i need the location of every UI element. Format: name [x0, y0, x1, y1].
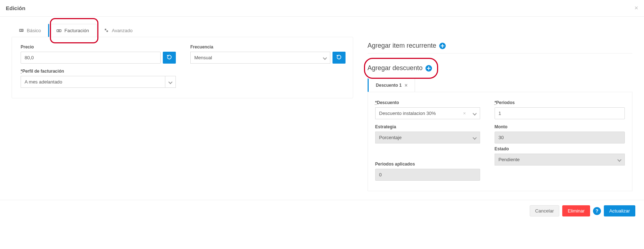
add-discount-header[interactable]: Agregar descuento: [368, 61, 632, 76]
discount-panel: *Descuento Descuento instalacion 30% ×: [368, 92, 632, 191]
delete-button[interactable]: Eliminar: [562, 205, 590, 216]
strategy-label: Estrategia: [375, 124, 480, 129]
periods-input[interactable]: [495, 107, 625, 119]
strategy-select: Porcentaje: [375, 132, 480, 143]
state-select: Pendiente: [495, 154, 625, 166]
discount-label: *Descuento: [375, 100, 480, 105]
help-icon[interactable]: ?: [593, 207, 601, 215]
add-recurrent-title: Agregar item recurrente: [368, 42, 436, 50]
state-value: Pendiente: [499, 157, 520, 162]
chevron-down-icon: [473, 136, 476, 139]
svg-rect-2: [21, 30, 23, 30]
chevron-down-icon: [617, 158, 621, 162]
frequency-select[interactable]: Mensual: [190, 52, 330, 64]
svg-rect-3: [21, 30, 23, 31]
modal-body: Básico Facturación Avanzado: [0, 17, 644, 200]
state-label: Estado: [495, 146, 625, 151]
price-reset-button[interactable]: [163, 52, 176, 64]
modal-footer: Cancelar Eliminar ? Actualizar: [0, 200, 644, 222]
chevron-down-icon: [165, 76, 176, 88]
frequency-value: Mensual: [194, 55, 212, 60]
close-icon[interactable]: ×: [404, 82, 407, 88]
right-panel: Agregar item recurrente Agregar descuent…: [368, 37, 632, 193]
amount-label: Monto: [495, 124, 625, 129]
add-discount-title: Agregar descuento: [368, 64, 423, 72]
strategy-value: Porcentaje: [379, 135, 402, 140]
plus-circle-icon: [439, 43, 446, 49]
frequency-label: Frecuencia: [190, 44, 346, 50]
svg-rect-1: [20, 30, 21, 31]
billing-panel: Precio *Perfil de facturación: [12, 37, 353, 98]
modal-header: Edición ×: [0, 0, 644, 17]
add-recurrent-header[interactable]: Agregar item recurrente: [368, 38, 632, 53]
tab-avanzado-label: Avanzado: [112, 28, 133, 33]
discount-select[interactable]: Descuento instalacion 30% ×: [375, 107, 480, 119]
svg-point-5: [59, 30, 60, 31]
tab-basico[interactable]: Básico: [12, 24, 48, 37]
edit-modal: Edición × Básico Facturación: [0, 0, 644, 222]
applied-periods-input: [375, 169, 480, 181]
modal-title: Edición: [6, 5, 25, 11]
tab-facturacion[interactable]: Facturación: [48, 24, 97, 37]
money-icon: [56, 28, 62, 33]
clear-icon[interactable]: ×: [463, 111, 466, 116]
svg-point-7: [106, 30, 108, 32]
cancel-button[interactable]: Cancelar: [530, 205, 559, 216]
applied-periods-label: Periodos aplicados: [375, 162, 480, 167]
discount-value: Descuento instalacion 30%: [379, 111, 436, 116]
chevron-down-icon: [323, 56, 327, 60]
close-icon[interactable]: ×: [634, 4, 638, 12]
profile-label: *Perfil de facturación: [21, 69, 176, 74]
discount-tabs: Descuento 1 ×: [368, 78, 632, 92]
tab-basico-label: Básico: [27, 28, 41, 33]
tab-discount-1[interactable]: Descuento 1 ×: [368, 78, 415, 92]
price-input[interactable]: [21, 52, 161, 64]
amount-input: [495, 132, 625, 143]
id-card-icon: [19, 28, 24, 33]
billing-profile-value: A mes adelantado: [25, 79, 62, 85]
undo-icon: [166, 54, 172, 61]
frequency-reset-button[interactable]: [332, 52, 346, 64]
svg-point-6: [105, 29, 106, 30]
billing-profile-select[interactable]: A mes adelantado: [21, 76, 165, 88]
periods-label: *Periodos: [495, 100, 625, 105]
tab-facturacion-label: Facturación: [64, 28, 89, 33]
tab-discount-1-label: Descuento 1: [376, 83, 402, 88]
plus-circle-icon: [425, 65, 432, 72]
tab-avanzado[interactable]: Avanzado: [97, 24, 140, 37]
chevron-down-icon: [473, 111, 476, 115]
undo-icon: [336, 54, 342, 61]
update-button[interactable]: Actualizar: [604, 205, 635, 216]
main-tabs: Básico Facturación Avanzado: [12, 24, 632, 37]
price-label: Precio: [21, 44, 176, 50]
gears-icon: [104, 28, 109, 33]
